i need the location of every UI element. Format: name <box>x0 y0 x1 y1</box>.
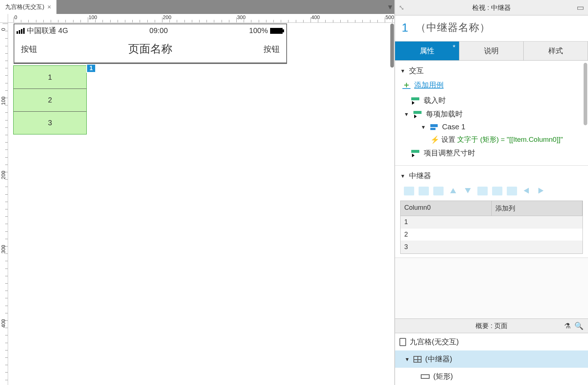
inspector-tabs: 属性 * 说明 样式 <box>395 42 588 61</box>
horizontal-ruler: 0100200300400500 <box>0 14 394 23</box>
event-icon <box>411 150 419 156</box>
toolbar-icon[interactable] <box>433 187 444 195</box>
grid-row[interactable]: 1 <box>401 216 582 229</box>
case-item[interactable]: ▼ Case 1 <box>421 123 583 131</box>
chevron-down-icon: ▼ <box>405 356 410 362</box>
outline-title: 概要 : 页面 <box>395 321 588 330</box>
tab-notes[interactable]: 说明 <box>459 42 524 60</box>
outline-tree: 九宫格(无交互) ▼ (中继器) (矩形) <box>395 333 588 385</box>
mobile-frame: 中国联通 4G 09:00 100% 按钮 页面名称 按钮 <box>14 24 287 64</box>
left-arrow-icon[interactable] <box>521 187 532 195</box>
modified-indicator: * <box>453 44 455 51</box>
repeater-widget[interactable]: 123 <box>13 65 87 134</box>
selection-index: 1 <box>402 21 408 35</box>
carrier-label: 中国联通 4G <box>27 26 68 36</box>
widget-name: （中继器名称） <box>416 21 490 35</box>
action-item[interactable]: 设置 文字于 (矩形) = "[[Item.Column0]]" <box>430 135 583 144</box>
case-icon <box>430 124 438 130</box>
event-onload[interactable]: 载入时 <box>411 96 583 105</box>
canvas-area: 九宫格(无交互) × ▾ 0100200300400500 0100200300… <box>0 0 394 385</box>
page-title: 页面名称 <box>37 42 263 57</box>
repeater-section: ▼ 中继器 Column0 添加列 123 <box>395 166 588 258</box>
nav-right-button[interactable]: 按钮 <box>263 44 280 55</box>
inspector-title: 检视 : 中继器 <box>395 3 588 12</box>
interaction-section: ▼ 交互 ＋ 添加用例 载入时 ▼ 每项加载时 ▼ Case 1 <box>395 61 588 166</box>
repeater-section-header[interactable]: ▼ 中继器 <box>400 171 583 181</box>
close-tab-icon[interactable]: × <box>47 3 51 11</box>
vertical-ruler: 0100200300400500 <box>0 23 8 385</box>
outline-repeater[interactable]: ▼ (中继器) <box>395 350 588 368</box>
battery-label: 100% <box>249 26 283 35</box>
up-arrow-icon[interactable] <box>448 187 458 195</box>
page-tab-label: 九宫格(无交互) <box>5 3 44 11</box>
outline-page[interactable]: 九宫格(无交互) <box>395 333 588 350</box>
tab-style[interactable]: 样式 <box>524 42 588 60</box>
event-onresize[interactable]: 项目调整尺寸时 <box>411 148 583 158</box>
column-header[interactable]: Column0 <box>401 201 492 216</box>
clock-label: 09:00 <box>68 26 249 35</box>
plus-icon: ＋ <box>402 79 410 90</box>
right-arrow-icon[interactable] <box>536 187 546 195</box>
notes-icon[interactable]: ▭ <box>577 3 584 12</box>
page-tab-bar: 九宫格(无交互) × ▾ <box>0 0 394 14</box>
selection-count-badge: 1 <box>86 64 96 73</box>
battery-icon <box>270 28 283 34</box>
toolbar-icon[interactable] <box>507 187 517 195</box>
inspector-header: ⤡ 检视 : 中继器 ▭ <box>395 0 588 15</box>
repeater-row[interactable]: 1 <box>14 66 86 89</box>
event-icon <box>413 111 422 118</box>
down-arrow-icon[interactable] <box>463 187 473 195</box>
toolbar-icon[interactable] <box>492 187 502 195</box>
add-case-link[interactable]: ＋ 添加用例 <box>402 79 583 90</box>
event-onitemload[interactable]: ▼ 每项加载时 <box>404 109 583 119</box>
event-icon <box>411 97 419 104</box>
filter-icon[interactable]: ⚗ <box>564 321 571 330</box>
chevron-down-icon: ▼ <box>421 124 426 130</box>
widget-name-row[interactable]: 1 （中继器名称） <box>395 15 588 42</box>
mobile-status-bar: 中国联通 4G 09:00 100% <box>14 24 286 37</box>
interaction-section-header[interactable]: ▼ 交互 <box>400 66 583 76</box>
repeater-icon <box>413 356 422 363</box>
lightning-icon <box>430 136 437 144</box>
chevron-down-icon: ▼ <box>400 68 405 74</box>
grid-row[interactable]: 2 <box>401 229 582 241</box>
repeater-toolbar <box>400 184 583 201</box>
signal-icon <box>17 28 25 34</box>
tab-dropdown-icon[interactable]: ▾ <box>388 2 392 12</box>
toolbar-icon[interactable] <box>419 187 429 195</box>
page-icon <box>399 338 406 346</box>
page-tab[interactable]: 九宫格(无交互) × <box>0 0 57 14</box>
outline-header: 概要 : 页面 ⚗ 🔍 <box>395 319 588 333</box>
repeater-row[interactable]: 3 <box>14 111 86 134</box>
ruler-corner <box>0 14 8 22</box>
chevron-down-icon: ▼ <box>404 111 409 117</box>
repeater-data-grid[interactable]: Column0 添加列 123 <box>400 201 583 254</box>
mobile-titlebar: 按钮 页面名称 按钮 <box>14 37 286 63</box>
chevron-down-icon: ▼ <box>400 173 405 179</box>
outline-rect[interactable]: (矩形) <box>395 368 588 385</box>
grid-row[interactable]: 3 <box>401 241 582 253</box>
inspector-panel: ⤡ 检视 : 中继器 ▭ 1 （中继器名称） 属性 * 说明 样式 ▼ 交互 ＋… <box>394 0 588 385</box>
inspector-body: ▼ 交互 ＋ 添加用例 载入时 ▼ 每项加载时 ▼ Case 1 <box>395 61 588 319</box>
nav-left-button[interactable]: 按钮 <box>21 44 37 55</box>
canvas-scrollbar[interactable] <box>390 24 394 68</box>
tab-properties[interactable]: 属性 * <box>395 42 459 60</box>
search-icon[interactable]: 🔍 <box>574 321 584 330</box>
design-canvas[interactable]: 中国联通 4G 09:00 100% 按钮 页面名称 按钮 123 1 <box>8 23 394 385</box>
toolbar-icon[interactable] <box>477 187 488 195</box>
add-column-header[interactable]: 添加列 <box>492 201 583 216</box>
popout-icon[interactable]: ⤡ <box>399 4 404 12</box>
inspector-scrollbar[interactable] <box>584 63 587 125</box>
repeater-row[interactable]: 2 <box>14 89 86 111</box>
toolbar-icon[interactable] <box>404 187 414 195</box>
rectangle-icon <box>421 374 430 379</box>
action-text: 设置 文字于 (矩形) = "[[Item.Column0]]" <box>441 135 563 144</box>
